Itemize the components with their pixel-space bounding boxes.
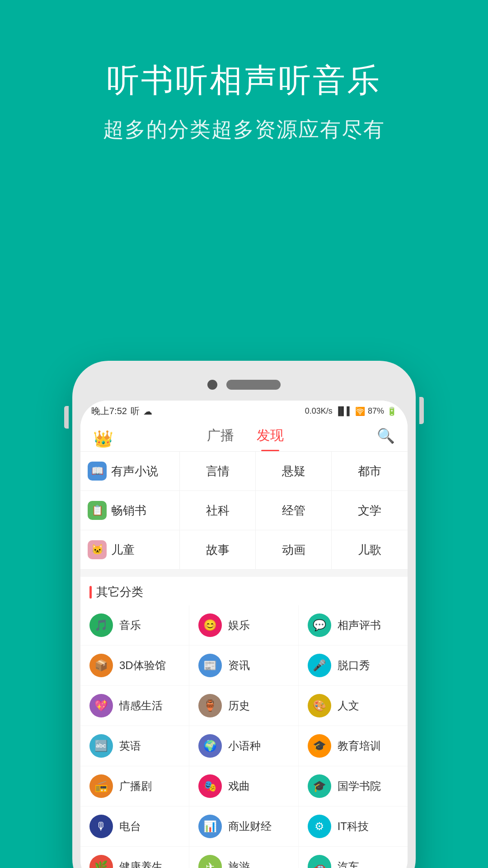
sub-story[interactable]: 故事 xyxy=(180,530,256,569)
crown-icon[interactable]: 👑 xyxy=(93,429,113,448)
history-icon: 🏺 xyxy=(198,694,222,717)
classics-icon: 🎓 xyxy=(308,774,331,798)
sub-business[interactable]: 经管 xyxy=(256,491,332,530)
tech-label: IT科技 xyxy=(338,819,369,834)
news-icon: 📰 xyxy=(198,654,222,677)
category-children[interactable]: 🐱 儿童 xyxy=(80,530,180,569)
status-network: 0.03K/s xyxy=(305,406,333,416)
other-item-english[interactable]: 🔤 英语 xyxy=(80,726,189,766)
tab-broadcast[interactable]: 广播 xyxy=(207,426,234,451)
health-icon: 🌿 xyxy=(89,855,113,868)
education-icon: 🎓 xyxy=(308,734,331,758)
other-item-health[interactable]: 🌿 健康养生 xyxy=(80,847,189,868)
radio-icon: 🎙 xyxy=(89,815,113,838)
education-label: 教育培训 xyxy=(338,739,381,753)
other-item-auto[interactable]: 🚗 汽车 xyxy=(299,847,408,868)
phone-speaker xyxy=(226,380,281,390)
other-item-emotion[interactable]: 💖 情感生活 xyxy=(80,686,189,726)
radio-label: 电台 xyxy=(119,819,141,834)
sub-animation[interactable]: 动画 xyxy=(256,530,332,569)
children-icon: 🐱 xyxy=(88,540,107,559)
app-header: 👑 广播 发现 🔍 xyxy=(80,420,408,452)
tab-discover[interactable]: 发现 xyxy=(257,426,284,451)
auto-label: 汽车 xyxy=(338,859,359,868)
classics-label: 国学书院 xyxy=(338,779,381,793)
status-left: 晚上7:52 听 ☁ xyxy=(91,405,152,417)
other-item-music[interactable]: 🎵 音乐 xyxy=(80,605,189,646)
phone-screen: 晚上7:52 听 ☁ 0.03K/s ▐▌▌ 🛜 87% 🔋 👑 广播 发现 xyxy=(80,401,408,868)
children-label: 儿童 xyxy=(111,542,135,558)
radio-drama-label: 广播剧 xyxy=(119,779,152,793)
sub-social[interactable]: 社科 xyxy=(180,491,256,530)
sub-mystery[interactable]: 悬疑 xyxy=(256,452,332,491)
category-row-children: 🐱 儿童 故事 动画 儿歌 xyxy=(80,530,408,570)
other-item-travel[interactable]: ✈ 旅游 xyxy=(189,847,298,868)
other-section: 其它分类 🎵 音乐 😊 娱乐 xyxy=(80,577,408,868)
hero-subtitle: 超多的分类超多资源应有尽有 xyxy=(0,116,488,144)
sub-urban[interactable]: 都市 xyxy=(332,452,408,491)
entertainment-label: 娱乐 xyxy=(228,618,250,632)
crosstalk-icon: 💬 xyxy=(308,613,331,637)
tech-icon: ⚙ xyxy=(308,815,331,838)
hero-section: 听书听相声听音乐 超多的分类超多资源应有尽有 xyxy=(0,0,488,171)
other-item-radio[interactable]: 🎙 电台 xyxy=(80,807,189,847)
opera-icon: 🎭 xyxy=(198,774,222,798)
sub-literature[interactable]: 文学 xyxy=(332,491,408,530)
talkshow-label: 脱口秀 xyxy=(338,658,370,673)
phone-frame: 晚上7:52 听 ☁ 0.03K/s ▐▌▌ 🛜 87% 🔋 👑 广播 发现 xyxy=(72,361,416,868)
sub-nursery[interactable]: 儿歌 xyxy=(332,530,408,569)
crosstalk-label: 相声评书 xyxy=(338,618,381,632)
other-item-education[interactable]: 🎓 教育培训 xyxy=(299,726,408,766)
talkshow-icon: 🎤 xyxy=(308,654,331,677)
finance-icon: 📊 xyxy=(198,815,222,838)
humanities-icon: 🎨 xyxy=(308,694,331,717)
audiobook-label: 有声小说 xyxy=(111,463,158,479)
entertainment-icon: 😊 xyxy=(198,613,222,637)
other-item-classics[interactable]: 🎓 国学书院 xyxy=(299,766,408,807)
other-item-tech[interactable]: ⚙ IT科技 xyxy=(299,807,408,847)
languages-label: 小语种 xyxy=(228,739,261,753)
section-header: 其它分类 xyxy=(80,577,408,605)
other-item-talkshow[interactable]: 🎤 脱口秀 xyxy=(299,646,408,686)
phone-camera xyxy=(207,380,217,390)
music-label: 音乐 xyxy=(119,618,141,632)
status-wifi: 🛜 xyxy=(355,406,365,416)
emotion-icon: 💖 xyxy=(89,694,113,717)
phone-side-button-right xyxy=(419,397,424,424)
radio-drama-icon: 📻 xyxy=(89,774,113,798)
other-item-history[interactable]: 🏺 历史 xyxy=(189,686,298,726)
category-row-audiobook: 📖 有声小说 言情 悬疑 都市 xyxy=(80,452,408,491)
status-right: 0.03K/s ▐▌▌ 🛜 87% 🔋 xyxy=(305,406,397,416)
other-item-humanities[interactable]: 🎨 人文 xyxy=(299,686,408,726)
travel-label: 旅游 xyxy=(228,859,250,868)
audiobook-icon: 📖 xyxy=(88,462,107,481)
history-label: 历史 xyxy=(228,698,250,713)
search-icon[interactable]: 🔍 xyxy=(377,427,395,451)
status-battery-icon: 🔋 xyxy=(387,406,397,416)
travel-icon: ✈ xyxy=(198,855,222,868)
status-battery: 87% xyxy=(368,406,384,416)
other-item-3d[interactable]: 📦 3D体验馆 xyxy=(80,646,189,686)
nav-tabs: 广播 发现 xyxy=(207,426,284,451)
music-icon: 🎵 xyxy=(89,613,113,637)
other-item-radio-drama[interactable]: 📻 广播剧 xyxy=(80,766,189,807)
phone-side-button-left xyxy=(64,406,69,429)
health-label: 健康养生 xyxy=(119,859,163,868)
other-item-finance[interactable]: 📊 商业财经 xyxy=(189,807,298,847)
news-label: 资讯 xyxy=(228,658,250,673)
3d-icon: 📦 xyxy=(89,654,113,677)
other-item-opera[interactable]: 🎭 戏曲 xyxy=(189,766,298,807)
bestseller-label: 畅销书 xyxy=(111,503,146,519)
auto-icon: 🚗 xyxy=(308,855,331,868)
status-signal: ▐▌▌ xyxy=(335,406,352,416)
humanities-label: 人文 xyxy=(338,698,359,713)
phone-top-bar xyxy=(80,369,408,401)
other-item-entertainment[interactable]: 😊 娱乐 xyxy=(189,605,298,646)
sub-romance[interactable]: 言情 xyxy=(180,452,256,491)
category-bestseller[interactable]: 📋 畅销书 xyxy=(80,491,180,530)
category-audiobook[interactable]: 📖 有声小说 xyxy=(80,452,180,491)
other-item-languages[interactable]: 🌍 小语种 xyxy=(189,726,298,766)
other-item-news[interactable]: 📰 资讯 xyxy=(189,646,298,686)
status-time: 晚上7:52 xyxy=(91,405,127,417)
other-item-crosstalk[interactable]: 💬 相声评书 xyxy=(299,605,408,646)
